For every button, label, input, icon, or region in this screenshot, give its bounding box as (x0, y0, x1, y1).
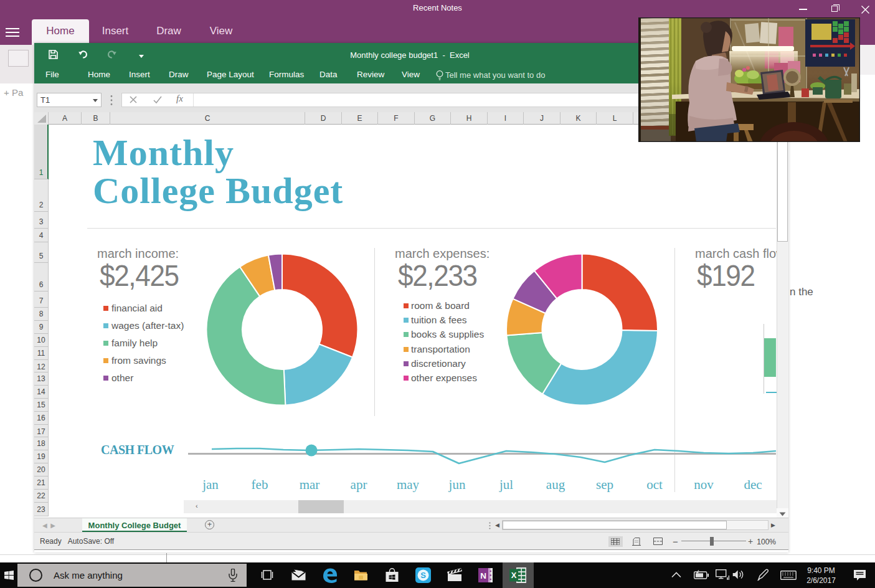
svg-text:S: S (420, 571, 426, 580)
svg-text:N: N (480, 571, 486, 581)
svg-text:X: X (511, 571, 517, 580)
